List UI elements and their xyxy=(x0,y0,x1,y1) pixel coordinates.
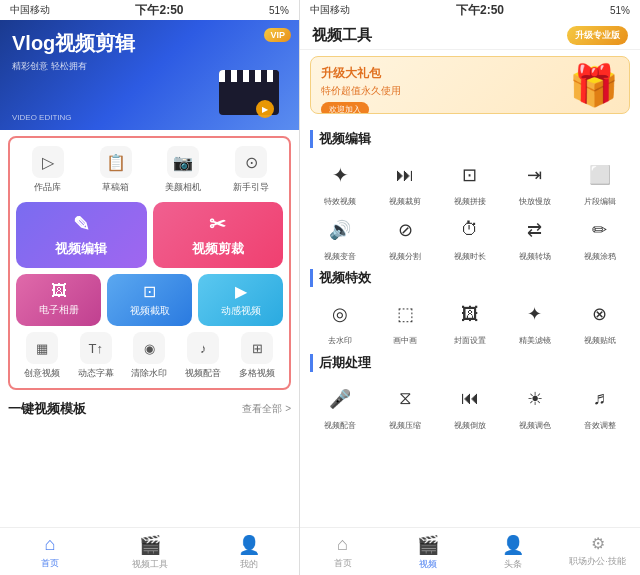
mine-icon: 👤 xyxy=(238,534,260,556)
left-time: 下午2:50 xyxy=(135,2,183,19)
bottom-tools-row: ▦ 创意视频 T↑ 动态字幕 ◉ 清除水印 ♪ 视频配音 ⊞ 多格视频 xyxy=(16,332,283,380)
duration-icon: ⏱ xyxy=(451,211,489,249)
tool-merge[interactable]: ⊡ 视频拼接 xyxy=(440,156,501,207)
duration-label: 视频时长 xyxy=(454,252,486,262)
tool-segment-edit[interactable]: ⬜ 片段编辑 xyxy=(569,156,630,207)
nav-home[interactable]: ⌂ 首页 xyxy=(0,534,100,571)
tool-speed[interactable]: ⇥ 快放慢放 xyxy=(504,156,565,207)
speed-label: 快放慢放 xyxy=(519,197,551,207)
reverse-icon: ⏮ xyxy=(451,380,489,418)
tool-remove-watermark[interactable]: ◎ 去水印 xyxy=(310,295,371,346)
left-bottom-nav: ⌂ 首页 🎬 视频工具 👤 我的 xyxy=(0,527,299,575)
nav-mine[interactable]: 👤 我的 xyxy=(199,534,299,571)
reverse-label: 视频倒放 xyxy=(454,421,486,431)
right-battery: 51% xyxy=(610,5,630,16)
menu-item-works[interactable]: ▷ 作品库 xyxy=(16,146,80,194)
sfx-icon: ♬ xyxy=(581,380,619,418)
watermark-icon: ◉ xyxy=(133,332,165,364)
right-workplace-icon: ⚙ xyxy=(591,534,605,553)
voice-change-label: 视频变音 xyxy=(324,252,356,262)
promo-banner[interactable]: 升级大礼包 特价超值永久使用 欢迎加入 🎁 xyxy=(310,56,630,114)
nav-home-label: 首页 xyxy=(41,557,59,570)
tool-filter[interactable]: ✦ 精美滤镜 xyxy=(504,295,565,346)
sfx-label: 音效调整 xyxy=(584,421,616,431)
tool-special-effects[interactable]: ✦ 特效视频 xyxy=(310,156,371,207)
tool-doodle[interactable]: ✏ 视频涂鸦 xyxy=(569,211,630,262)
banner-video-text: VIDEO EDITING xyxy=(12,113,72,122)
dubbing-icon: 🎤 xyxy=(321,380,359,418)
multi-label: 多格视频 xyxy=(239,367,275,380)
video-tools-icon: 🎬 xyxy=(139,534,161,556)
special-effects-icon: ✦ xyxy=(321,156,359,194)
banner-vip: VIP xyxy=(264,28,291,42)
segment-edit-icon: ⬜ xyxy=(581,156,619,194)
merge-label: 视频拼接 xyxy=(454,197,486,207)
right-title: 视频工具 xyxy=(312,26,372,45)
tool-pip[interactable]: ⬚ 画中画 xyxy=(375,295,436,346)
speed-icon: ⇥ xyxy=(516,156,554,194)
effects-tools-grid: ◎ 去水印 ⬚ 画中画 🖼 封面设置 ✦ 精美滤镜 ⊗ 视频贴纸 xyxy=(310,295,630,346)
right-nav-toutiao[interactable]: 👤 头条 xyxy=(470,534,555,571)
tool-cover[interactable]: 🖼 封面设置 xyxy=(440,295,501,346)
watermark-label: 清除水印 xyxy=(131,367,167,380)
creative-label: 创意视频 xyxy=(24,367,60,380)
segment-edit-label: 片段编辑 xyxy=(584,197,616,207)
menu-item-drafts[interactable]: 📋 草稿箱 xyxy=(84,146,148,194)
tool-color[interactable]: ☀ 视频调色 xyxy=(504,380,565,431)
nav-video-tools-label: 视频工具 xyxy=(132,558,168,571)
tool-sticker[interactable]: ⊗ 视频贴纸 xyxy=(569,295,630,346)
clapboard-decoration xyxy=(219,70,289,125)
merge-icon: ⊡ xyxy=(451,156,489,194)
works-icon: ▷ xyxy=(32,146,64,178)
right-nav-video[interactable]: 🎬 视频 xyxy=(385,534,470,571)
tool-voice-change[interactable]: 🔊 视频变音 xyxy=(310,211,371,262)
right-carrier: 中国移动 xyxy=(310,3,350,17)
drafts-label: 草稿箱 xyxy=(102,181,129,194)
tool-audio[interactable]: ♪ 视频配音 xyxy=(177,332,229,380)
right-bottom-nav: ⌂ 首页 🎬 视频 👤 头条 ⚙ 职场办公·技能 xyxy=(300,527,640,575)
tool-sfx[interactable]: ♬ 音效调整 xyxy=(569,380,630,431)
play-icon[interactable]: ▶ xyxy=(256,100,274,118)
tool-subtitle[interactable]: T↑ 动态字幕 xyxy=(70,332,122,380)
edit-icon: ✎ xyxy=(73,212,90,236)
right-video-icon: 🎬 xyxy=(417,534,439,556)
edit-tools-grid: ✦ 特效视频 ⏭ 视频裁剪 ⊡ 视频拼接 ⇥ 快放慢放 ⬜ 片段编辑 🔊 视频变… xyxy=(310,156,630,261)
tool-crop[interactable]: ⏭ 视频裁剪 xyxy=(375,156,436,207)
nav-video-tools[interactable]: 🎬 视频工具 xyxy=(100,534,200,571)
tool-split[interactable]: ⊘ 视频分割 xyxy=(375,211,436,262)
cut-label: 视频剪裁 xyxy=(192,240,244,258)
creative-icon: ▦ xyxy=(26,332,58,364)
color-icon: ☀ xyxy=(516,380,554,418)
upgrade-button[interactable]: 升级专业版 xyxy=(567,26,628,45)
camera-label: 美颜相机 xyxy=(165,181,201,194)
compress-icon: ⧖ xyxy=(386,380,424,418)
menu-item-camera[interactable]: 📷 美颜相机 xyxy=(152,146,216,194)
capture-icon: ⊡ xyxy=(143,282,156,301)
voice-change-icon: 🔊 xyxy=(321,211,359,249)
home-icon: ⌂ xyxy=(44,534,55,555)
doodle-label: 视频涂鸦 xyxy=(584,252,616,262)
top-menu-row: ▷ 作品库 📋 草稿箱 📷 美颜相机 ⊙ 新手引导 xyxy=(16,146,283,194)
tool-reverse[interactable]: ⏮ 视频倒放 xyxy=(440,380,501,431)
tool-creative[interactable]: ▦ 创意视频 xyxy=(16,332,68,380)
video-cut-button[interactable]: ✂ 视频剪裁 xyxy=(153,202,284,268)
motion-label: 动感视频 xyxy=(221,304,261,318)
tool-dubbing[interactable]: 🎤 视频配音 xyxy=(310,380,371,431)
tool-transition[interactable]: ⇄ 视频转场 xyxy=(504,211,565,262)
tool-compress[interactable]: ⧖ 视频压缩 xyxy=(375,380,436,431)
edit-label: 视频编辑 xyxy=(55,240,107,258)
tool-multi[interactable]: ⊞ 多格视频 xyxy=(231,332,283,380)
video-edit-button[interactable]: ✎ 视频编辑 xyxy=(16,202,147,268)
right-nav-home[interactable]: ⌂ 首页 xyxy=(300,534,385,571)
category-effects-title: 视频特效 xyxy=(310,269,630,287)
right-header: 视频工具 升级专业版 xyxy=(300,20,640,50)
tool-watermark[interactable]: ◉ 清除水印 xyxy=(124,332,176,380)
album-button[interactable]: 🖼 电子相册 xyxy=(16,274,101,326)
menu-item-guide[interactable]: ⊙ 新手引导 xyxy=(219,146,283,194)
right-nav-workplace[interactable]: ⚙ 职场办公·技能 xyxy=(555,534,640,571)
motion-button[interactable]: ▶ 动感视频 xyxy=(198,274,283,326)
promo-join-btn[interactable]: 欢迎加入 xyxy=(321,102,369,114)
capture-button[interactable]: ⊡ 视频截取 xyxy=(107,274,192,326)
templates-more[interactable]: 查看全部 > xyxy=(242,402,291,416)
tool-duration[interactable]: ⏱ 视频时长 xyxy=(440,211,501,262)
